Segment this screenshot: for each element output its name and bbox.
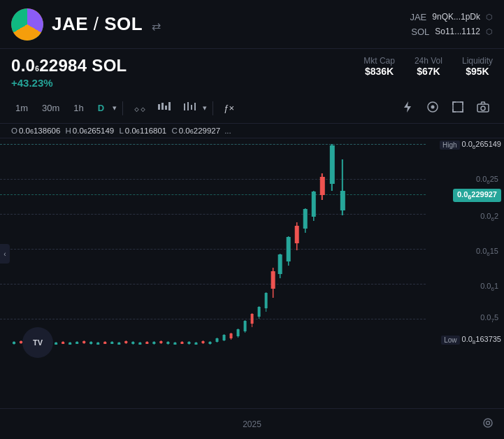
svg-rect-103: [330, 145, 335, 184]
svg-rect-99: [312, 192, 316, 217]
svg-rect-33: [75, 342, 78, 344]
svg-rect-11: [453, 102, 463, 112]
jae-external-icon[interactable]: ⬡: [486, 13, 493, 22]
price-level-3: 0.0615: [476, 247, 498, 257]
svg-rect-51: [138, 343, 141, 345]
time-d-btn[interactable]: D: [92, 100, 110, 116]
sol-token-row: SOL So11...1112 ⬡: [407, 27, 493, 37]
svg-rect-49: [131, 342, 134, 344]
high-price-val: 0.06265149: [462, 140, 501, 150]
collapse-arrow[interactable]: ‹: [0, 244, 10, 264]
eye-btn[interactable]: [422, 97, 444, 119]
svg-rect-29: [62, 342, 64, 344]
svg-rect-15: [13, 342, 15, 344]
bottom-settings-icon[interactable]: [482, 417, 494, 432]
vol-label: 24h Vol: [415, 56, 442, 66]
high-val: 0.06265149: [73, 127, 114, 135]
chart-dropdown-arrow[interactable]: ▾: [203, 103, 207, 113]
toolbar-divider-1: [122, 101, 123, 115]
vol-value: $67K: [417, 66, 440, 77]
pair-quote: SOL: [104, 13, 142, 34]
swap-icon[interactable]: ⇄: [152, 20, 161, 32]
expand-btn[interactable]: [447, 97, 469, 119]
sol-external-icon[interactable]: ⬡: [486, 27, 493, 36]
svg-rect-79: [237, 329, 240, 336]
svg-rect-67: [194, 343, 197, 345]
toolbar: 1m 30m 1h D ▾ ⬦⬦ ▾ ƒ×: [0, 93, 504, 124]
price-stats: Mkt Cap $836K 24h Vol $67K Liquidity $95…: [363, 56, 493, 77]
svg-rect-69: [201, 341, 204, 343]
svg-rect-59: [166, 342, 169, 344]
svg-point-106: [484, 419, 492, 427]
close-label: C: [171, 127, 177, 135]
chart-svg: [0, 138, 426, 369]
svg-rect-55: [152, 342, 155, 344]
bottom-bar: 2025: [0, 408, 504, 439]
svg-rect-91: [278, 254, 282, 274]
time-dropdown-arrow[interactable]: ▾: [113, 103, 117, 113]
svg-point-107: [487, 421, 490, 424]
current-price-badge: 0.06229927: [453, 189, 501, 202]
svg-rect-81: [244, 321, 247, 331]
mkt-cap-value: $836K: [365, 66, 394, 77]
svg-rect-93: [287, 237, 291, 261]
high-tag: High: [440, 141, 460, 150]
price-level-5: 0.075: [480, 313, 498, 324]
liquidity-value: $95K: [466, 66, 489, 77]
sol-address: So11...1112: [435, 27, 480, 36]
mkt-cap-stat: Mkt Cap $836K: [363, 56, 395, 77]
svg-rect-7: [194, 103, 196, 110]
svg-rect-41: [103, 342, 106, 344]
svg-rect-105: [340, 191, 345, 210]
svg-rect-65: [187, 342, 190, 344]
low-price-label: Low 0.08163735: [441, 335, 501, 345]
low-price-val: 0.08163735: [462, 335, 501, 345]
right-tools: [396, 97, 494, 119]
price-change: +43.23%: [11, 77, 127, 89]
jae-label: JAE: [404, 12, 426, 22]
svg-rect-57: [159, 341, 162, 343]
chart-type-btn[interactable]: [152, 98, 176, 118]
tv-logo: TV: [22, 327, 53, 358]
pair-title: JAE / SOL ⇄: [52, 13, 161, 35]
svg-rect-83: [251, 314, 254, 324]
time-30m-btn[interactable]: 30m: [36, 100, 65, 116]
svg-rect-73: [216, 338, 219, 342]
svg-rect-77: [230, 333, 233, 338]
pair-name: JAE / SOL: [52, 13, 147, 34]
svg-rect-3: [168, 102, 171, 110]
svg-rect-35: [82, 341, 85, 343]
svg-point-13: [481, 106, 485, 110]
price-level-2: 0.062: [480, 212, 498, 222]
bar-chart-btn[interactable]: [178, 98, 201, 118]
ohlc-dots: ...: [224, 127, 231, 135]
toolbar-divider-2: [213, 101, 213, 115]
svg-rect-101: [320, 177, 325, 195]
time-1m-btn[interactable]: 1m: [10, 100, 34, 116]
svg-rect-4: [184, 103, 185, 110]
mkt-cap-label: Mkt Cap: [363, 56, 395, 66]
svg-rect-61: [173, 343, 176, 345]
price-level-4: 0.061: [480, 282, 498, 292]
time-1h-btn[interactable]: 1h: [68, 100, 89, 116]
indicators-btn[interactable]: ƒ×: [219, 99, 239, 117]
svg-rect-75: [223, 335, 226, 340]
chart-type-group: ⬦⬦ ▾: [129, 98, 207, 118]
svg-rect-63: [180, 342, 183, 344]
svg-rect-87: [265, 293, 268, 308]
svg-rect-97: [303, 209, 308, 229]
candlestick-btn[interactable]: ⬦⬦: [129, 99, 151, 117]
flash-btn[interactable]: [396, 97, 419, 119]
high-label: H: [66, 127, 71, 135]
close-val: 0.06229927: [179, 127, 220, 135]
svg-rect-27: [55, 343, 57, 345]
year-label: 2025: [243, 419, 261, 429]
jae-token-row: JAE 9nQK...1pDk ⬡: [404, 12, 493, 22]
svg-rect-39: [96, 343, 99, 345]
svg-marker-8: [404, 101, 411, 113]
camera-btn[interactable]: [472, 97, 494, 119]
low-tag: Low: [441, 336, 459, 345]
liquidity-stat: Liquidity $95K: [462, 56, 493, 77]
vol-stat: 24h Vol $67K: [415, 56, 442, 77]
price-left: 0.0622984 SOL +43.23%: [11, 56, 127, 89]
